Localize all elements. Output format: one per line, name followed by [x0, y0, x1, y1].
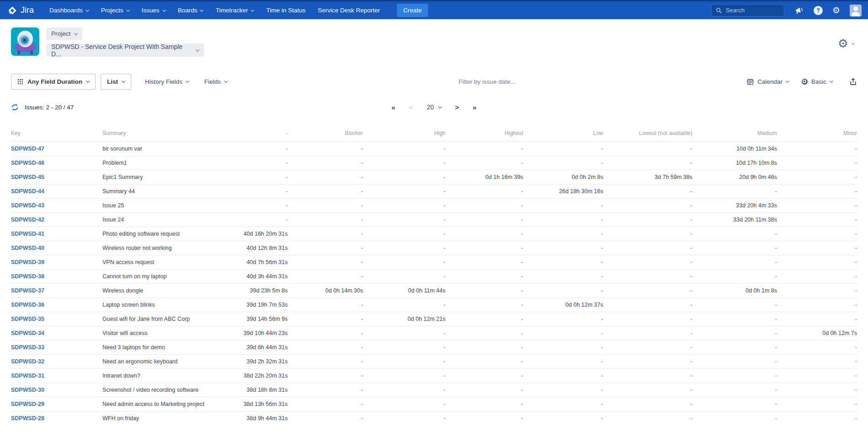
column-header-key[interactable]: Key	[11, 127, 102, 142]
column-header-lowest-not-available-[interactable]: Lowest (not available)	[603, 127, 692, 142]
prev-page-button[interactable]: <	[409, 103, 413, 111]
empty-value: -	[691, 146, 692, 152]
issue-key-link[interactable]: SDPWSD-37	[11, 287, 44, 294]
issue-key-link[interactable]: SDPWSD-41	[11, 231, 44, 237]
refresh-icon[interactable]	[11, 103, 19, 111]
field-type-selector[interactable]: Any Field Duration	[11, 74, 96, 90]
table-row: SDPWSD-32Need an ergonomic keyboard39d 2…	[11, 355, 857, 369]
nav-item-dashboards[interactable]: Dashboards	[49, 7, 89, 14]
empty-value: -	[286, 146, 288, 152]
duration-cell: -	[288, 369, 363, 383]
empty-value: -	[601, 401, 603, 407]
duration-cell: -	[603, 383, 692, 397]
fields-dropdown[interactable]: Fields	[204, 78, 227, 85]
issue-date-filter-input[interactable]: Filter by issue date...	[227, 78, 747, 85]
nav-item-projects[interactable]: Projects	[101, 7, 129, 14]
duration-value: Wireless dongle	[102, 287, 143, 294]
export-icon[interactable]	[849, 78, 857, 86]
column-header-minor[interactable]: Minor	[777, 127, 857, 142]
issue-summary-cell: Photo editing software request	[102, 227, 221, 241]
first-page-button[interactable]: «	[391, 103, 395, 111]
display-mode-dropdown[interactable]: Basic	[802, 78, 833, 85]
project-avatar-shape	[17, 50, 20, 54]
duration-cell: -	[363, 227, 445, 241]
duration-cell: -	[445, 284, 523, 298]
user-avatar[interactable]	[850, 5, 862, 16]
nav-item-boards[interactable]: Boards	[178, 7, 204, 14]
duration-cell: 0d 0h 11m 44s	[363, 284, 445, 298]
column-header-blocker[interactable]: Blocker	[288, 127, 363, 142]
empty-value: -	[521, 287, 523, 294]
nav-item-timetracker[interactable]: Timetracker	[215, 7, 254, 14]
duration-cell: -	[288, 411, 363, 426]
duration-cell: -	[363, 355, 445, 369]
scope-dropdown[interactable]: Project	[46, 27, 82, 40]
empty-value: -	[601, 387, 603, 393]
column-header-low[interactable]: Low	[523, 127, 603, 142]
column-header-none[interactable]: -	[221, 127, 288, 142]
issue-key-cell: SDPWSD-43	[11, 199, 102, 213]
issue-key-link[interactable]: SDPWSD-33	[11, 344, 44, 351]
issue-key-link[interactable]: SDPWSD-29	[11, 401, 44, 407]
megaphone-icon[interactable]	[794, 6, 804, 15]
create-button[interactable]: Create	[397, 4, 429, 17]
issue-key-link[interactable]: SDPWSD-30	[11, 387, 44, 393]
issue-key-link[interactable]: SDPWSD-28	[11, 415, 44, 422]
duration-cell: -	[288, 213, 363, 227]
calendar-dropdown[interactable]: Calendar	[747, 78, 789, 85]
empty-value: -	[601, 344, 603, 351]
issue-key-link[interactable]: SDPWSD-44	[11, 188, 44, 195]
issue-key-link[interactable]: SDPWSD-40	[11, 245, 44, 251]
issue-key-link[interactable]: SDPWSD-47	[11, 146, 44, 152]
issue-key-link[interactable]: SDPWSD-38	[11, 273, 44, 280]
issue-key-link[interactable]: SDPWSD-34	[11, 330, 44, 336]
empty-value: -	[691, 373, 692, 379]
jira-brand[interactable]: Jira	[7, 5, 34, 16]
table-row: SDPWSD-46Problem1------10d 17h 10m 8s-	[11, 156, 857, 170]
settings-menu-button[interactable]: ⚙	[838, 38, 854, 49]
issue-key-link[interactable]: SDPWSD-45	[11, 174, 44, 180]
project-select[interactable]: SDPWSD - Service Desk Project With Sampl…	[46, 43, 204, 57]
empty-value: -	[855, 146, 857, 152]
empty-value: -	[775, 316, 777, 322]
duration-cell: 39d 14h 56m 9s	[221, 312, 288, 326]
issue-key-link[interactable]: SDPWSD-39	[11, 259, 44, 265]
column-header-highest[interactable]: Highest	[445, 127, 523, 142]
empty-value: -	[521, 330, 523, 336]
column-header-summary[interactable]: Summary	[102, 127, 221, 142]
next-page-button[interactable]: >	[455, 103, 459, 111]
empty-value: -	[775, 415, 777, 422]
history-fields-dropdown[interactable]: History Fields	[145, 78, 189, 85]
empty-value: -	[521, 401, 523, 407]
issue-key-link[interactable]: SDPWSD-43	[11, 202, 44, 209]
nav-item-issues[interactable]: Issues	[142, 7, 166, 14]
page-size-dropdown[interactable]: 20	[427, 103, 441, 111]
issue-key-link[interactable]: SDPWSD-36	[11, 302, 44, 308]
duration-cell: -	[603, 284, 692, 298]
table-row: SDPWSD-28WFH on friday38d 9h 44m 31s----…	[11, 411, 857, 426]
search-input[interactable]: Search	[711, 4, 784, 16]
issue-key-link[interactable]: SDPWSD-35	[11, 316, 44, 322]
nav-item-service-desk-reporter[interactable]: Service Desk Reporter	[318, 7, 380, 14]
nav-item-label: Time in Status	[266, 7, 305, 14]
gear-icon[interactable]: ⚙	[832, 6, 840, 15]
nav-item-label: Issues	[142, 7, 160, 14]
duration-cell: -	[692, 326, 777, 341]
issue-key-link[interactable]: SDPWSD-31	[11, 373, 44, 379]
last-page-button[interactable]: »	[473, 103, 477, 111]
duration-cell: -	[363, 199, 445, 213]
column-header-high[interactable]: High	[363, 127, 445, 142]
issue-key-link[interactable]: SDPWSD-42	[11, 216, 44, 223]
duration-cell: -	[692, 383, 777, 397]
issue-key-link[interactable]: SDPWSD-32	[11, 358, 44, 365]
nav-item-time-in-status[interactable]: Time in Status	[266, 7, 305, 14]
view-selector[interactable]: List	[101, 74, 131, 90]
issue-key-link[interactable]: SDPWSD-46	[11, 160, 44, 166]
empty-value: -	[521, 316, 523, 322]
issue-summary-cell: VPN access request	[102, 255, 221, 270]
empty-value: -	[691, 302, 692, 308]
help-icon[interactable]: ?	[814, 6, 823, 15]
column-header-medium[interactable]: Medium	[692, 127, 777, 142]
duration-value: 0d 1h 16m 39s	[485, 174, 523, 180]
duration-cell: -	[445, 227, 523, 241]
